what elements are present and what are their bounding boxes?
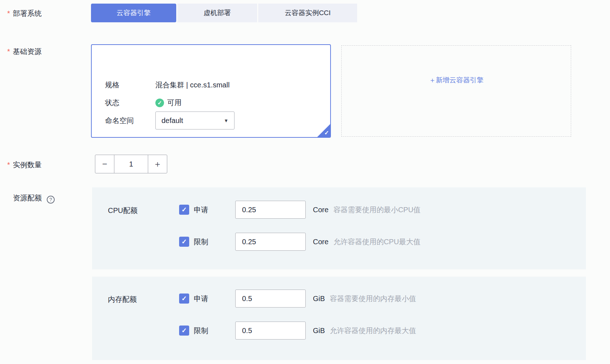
cpu-request-desc: Core 容器需要使用的最小CPU值 <box>313 205 420 215</box>
memory-quota-title: 内存配额 <box>108 295 137 304</box>
namespace-select[interactable]: default ▼ <box>155 112 235 129</box>
memory-limit-checkbox-label: 限制 <box>194 326 235 336</box>
status-value: ✓ 可用 <box>155 98 182 108</box>
memory-limit-input[interactable] <box>235 322 306 340</box>
memory-request-desc: GiB 容器需要使用的内存最小值 <box>313 294 416 304</box>
memory-limit-row: ✓ 限制 GiB 允许容器使用的内存最大值 <box>179 322 416 340</box>
namespace-selected-value: default <box>161 117 183 125</box>
status-key: 状态 <box>105 98 155 108</box>
cpu-limit-input[interactable] <box>235 233 306 251</box>
status-text: 可用 <box>167 98 182 108</box>
namespace-key: 命名空间 <box>105 116 155 126</box>
deploy-system-tabs: 云容器引擎 虚机部署 云容器实例CCI <box>91 4 357 22</box>
spec-key: 规格 <box>105 80 155 90</box>
deploy-system-label: 部署系统 <box>7 9 42 18</box>
instance-count-stepper: − 1 ＋ <box>95 155 167 173</box>
memory-limit-desc: GiB 允许容器使用的内存最大值 <box>313 326 416 336</box>
tab-vm-deploy[interactable]: 虚机部署 <box>177 4 257 22</box>
cluster-card[interactable]: 集群 o 规格 混合集群 | cce.s1.small 状态 ✓ 可用 命名空间… <box>91 44 331 138</box>
memory-quota-panel: 内存配额 ✓ 申请 GiB 容器需要使用的内存最小值 ✓ 限制 GiB 允许容器… <box>92 277 586 360</box>
memory-request-hint: 容器需要使用的内存最小值 <box>330 295 416 302</box>
memory-limit-hint: 允许容器使用的内存最大值 <box>330 327 416 335</box>
cpu-limit-row: ✓ 限制 Core 允许容器使用的CPU最大值 <box>179 233 420 251</box>
help-icon[interactable]: ? <box>47 196 55 204</box>
chevron-down-icon: ▼ <box>224 118 228 123</box>
cpu-limit-checkbox-label: 限制 <box>194 237 235 247</box>
cpu-quota-panel: CPU配额 ✓ 申请 Core 容器需要使用的最小CPU值 ✓ 限制 Core … <box>92 187 586 269</box>
decrement-button[interactable]: − <box>95 155 114 173</box>
cpu-request-checkbox[interactable]: ✓ <box>179 205 189 215</box>
memory-request-checkbox[interactable]: ✓ <box>179 294 189 304</box>
memory-limit-checkbox[interactable]: ✓ <box>179 326 189 336</box>
memory-limit-unit: GiB <box>313 327 325 335</box>
cpu-request-row: ✓ 申请 Core 容器需要使用的最小CPU值 <box>179 201 420 219</box>
spec-value: 混合集群 | cce.s1.small <box>155 80 229 90</box>
increment-button[interactable]: ＋ <box>148 155 167 173</box>
resource-quota-label: 资源配额? <box>13 193 55 204</box>
cpu-limit-checkbox[interactable]: ✓ <box>179 237 189 247</box>
instance-count-value[interactable]: 1 <box>114 155 148 173</box>
cpu-request-hint: 容器需要使用的最小CPU值 <box>333 206 420 214</box>
cpu-limit-hint: 允许容器使用的CPU最大值 <box>333 238 420 246</box>
add-engine-dropzone: ＋新增云容器引擎 <box>341 45 571 137</box>
memory-request-unit: GiB <box>313 295 325 302</box>
resource-quota-label-text: 资源配额 <box>13 194 42 202</box>
memory-request-input[interactable] <box>235 290 306 308</box>
deployment-form: 部署系统 云容器引擎 虚机部署 云容器实例CCI 基础资源 集群 o 规格 混合… <box>0 0 610 364</box>
status-available-icon: ✓ <box>155 99 164 107</box>
tab-cci-instance[interactable]: 云容器实例CCI <box>258 4 357 22</box>
instance-count-label: 实例数量 <box>7 160 42 170</box>
add-cce-engine-button[interactable]: ＋新增云容器引擎 <box>342 76 571 85</box>
memory-request-row: ✓ 申请 GiB 容器需要使用的内存最小值 <box>179 290 416 308</box>
cpu-request-input[interactable] <box>235 201 306 219</box>
basic-resource-label: 基础资源 <box>7 47 42 56</box>
tab-cce-engine[interactable]: 云容器引擎 <box>91 4 176 22</box>
cpu-limit-unit: Core <box>313 238 328 246</box>
cpu-request-unit: Core <box>313 206 328 214</box>
cpu-limit-desc: Core 允许容器使用的CPU最大值 <box>313 237 420 247</box>
cpu-request-checkbox-label: 申请 <box>194 205 235 215</box>
memory-request-checkbox-label: 申请 <box>194 294 235 304</box>
card-selected-check-icon: ✓ <box>324 129 329 136</box>
cpu-quota-title: CPU配额 <box>108 206 137 215</box>
